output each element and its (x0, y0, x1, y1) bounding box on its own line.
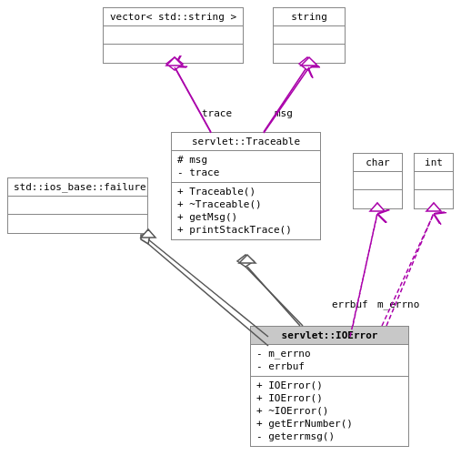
box-vector-string-section1 (104, 26, 243, 45)
box-char-section1 (354, 172, 402, 190)
inherit-triangle-traceable (237, 255, 254, 267)
box-vector-string: vector< std::string > (103, 7, 244, 64)
box-string-header: string (274, 8, 345, 26)
arrowhead-ioerror-traceable (239, 255, 256, 263)
ioerror-field-merrno: - m_errno (256, 348, 403, 360)
ioerror-field-errbuf: - errbuf (256, 360, 403, 373)
box-traceable-fields: # msg - trace (172, 151, 320, 183)
box-ios-failure-header: std::ios_base::failure (8, 178, 147, 197)
box-ioerror-header: servlet::IOError (251, 327, 408, 345)
line-ioerror-traceable (247, 267, 300, 326)
arrow-ioerror-traceable (246, 267, 303, 326)
inherit-triangle-iosfailure (141, 235, 150, 244)
box-int-section2 (415, 190, 453, 208)
traceable-method-4: + printStackTrace() (177, 224, 315, 237)
box-string-section2 (274, 45, 345, 63)
traceable-method-2: + ~Traceable() (177, 198, 315, 211)
arrow-msg-string (264, 66, 307, 132)
line-trace (175, 67, 211, 133)
ioerror-method-4: + getErrNumber() (256, 418, 403, 430)
label-errbuf: errbuf (332, 299, 368, 310)
box-ios-failure-section2 (8, 215, 147, 233)
box-char: char (353, 153, 403, 209)
box-traceable: servlet::Traceable # msg - trace + Trace… (171, 132, 321, 240)
box-traceable-header: servlet::Traceable (172, 133, 320, 151)
box-ios-failure-section1 (8, 197, 147, 215)
uml-diagram: vector< std::string > string std::ios_ba… (0, 0, 461, 476)
box-char-section2 (354, 190, 402, 208)
ioerror-method-5: - geterrmsg() (256, 430, 403, 443)
label-msg: msg (275, 107, 293, 119)
label-trace: trace (202, 107, 232, 119)
ioerror-method-2: + IOError() (256, 392, 403, 405)
ioerror-method-1: + IOError() (256, 380, 403, 392)
traceable-field-msg: # msg (177, 154, 315, 167)
arrow-trace-vector (175, 66, 211, 132)
traceable-field-trace: - trace (177, 167, 315, 179)
box-ios-failure: std::ios_base::failure (7, 177, 148, 234)
box-string-section1 (274, 26, 345, 45)
box-int-header: int (415, 154, 453, 172)
traceable-method-1: + Traceable() (177, 186, 315, 198)
label-merrno: m_errno (377, 299, 419, 310)
box-ioerror-methods: + IOError() + IOError() + ~IOError() + g… (251, 377, 408, 446)
traceable-method-3: + getMsg() (177, 211, 315, 224)
box-ioerror: servlet::IOError - m_errno - errbuf + IO… (250, 326, 409, 447)
arrow-errbuf-char (350, 214, 377, 337)
box-ioerror-fields: - m_errno - errbuf (251, 345, 408, 377)
box-int-section1 (415, 172, 453, 190)
box-string: string (273, 7, 346, 64)
box-char-header: char (354, 154, 402, 172)
ioerror-method-3: + ~IOError() (256, 405, 403, 418)
box-traceable-methods: + Traceable() + ~Traceable() + getMsg() … (172, 183, 320, 239)
box-vector-string-header: vector< std::string > (104, 8, 243, 26)
box-int: int (414, 153, 454, 209)
box-vector-string-section2 (104, 45, 243, 63)
line-ioerror-failure (148, 239, 268, 337)
line-msg (264, 67, 309, 133)
